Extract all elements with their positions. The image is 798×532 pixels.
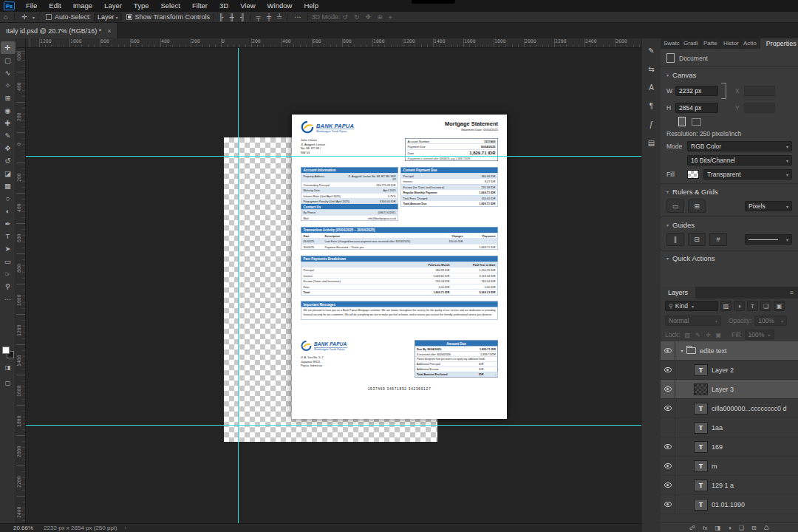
layers-action-icon[interactable]: ⊞: [751, 525, 757, 531]
lock-icon[interactable]: ▨: [683, 330, 692, 339]
blend-mode-select[interactable]: Normal ▾: [665, 316, 721, 326]
tab-properties[interactable]: Properties: [760, 38, 798, 49]
layer-filter-icon[interactable]: ▣: [774, 301, 785, 311]
mode-icon[interactable]: ↻: [352, 13, 362, 21]
canvas-viewport[interactable]: BANK PAPUA Membangun Tanah Papua Mortgag…: [26, 48, 641, 523]
tool-button[interactable]: ◪: [1, 167, 16, 180]
layer-row[interactable]: T 1aa: [661, 418, 798, 437]
fill-select[interactable]: Transparent ▾: [703, 169, 792, 180]
ruler-origin-corner[interactable]: [16, 38, 26, 48]
guide-icon[interactable]: ⊟: [688, 233, 706, 246]
move-tool-preset-icon[interactable]: ✛: [18, 13, 31, 21]
layer-name[interactable]: 01.01.1990: [712, 501, 798, 508]
layer-visibility-toggle[interactable]: [661, 418, 675, 437]
canvas-section-header[interactable]: ▾ Canvas: [666, 71, 792, 79]
tool-button[interactable]: ⋯: [1, 293, 16, 305]
align-icon[interactable]: ╟: [216, 13, 225, 21]
horizontal-guide[interactable]: [26, 425, 641, 426]
mode-icon[interactable]: ↺: [340, 13, 350, 21]
landscape-orientation-icon[interactable]: [692, 118, 701, 126]
layer-thumbnail[interactable]: T: [695, 403, 707, 414]
tool-button[interactable]: ◐: [1, 205, 16, 217]
layer-visibility-toggle[interactable]: [661, 437, 675, 456]
layer-name[interactable]: 1aa: [712, 424, 798, 432]
panel-tab[interactable]: Actio: [740, 38, 760, 49]
screen-mode-icon[interactable]: ▢: [1, 377, 16, 389]
menu-item[interactable]: View: [234, 0, 261, 12]
fill-opacity-select[interactable]: 100% ▾: [745, 330, 774, 340]
height-field[interactable]: 2854 px: [675, 103, 718, 113]
panel-tab[interactable]: Gradi: [681, 38, 700, 49]
menu-item[interactable]: Image: [67, 0, 98, 12]
document-tab[interactable]: Italy id.psd @ 20.7% (RGB/16) * ×: [0, 23, 117, 38]
distribute-icon[interactable]: ╤: [253, 13, 262, 21]
zoom-level-field[interactable]: 20.66%: [13, 525, 33, 531]
tool-button[interactable]: ✚: [1, 117, 16, 129]
layer-row[interactable]: edite text: [661, 341, 798, 361]
menu-item[interactable]: Help: [298, 0, 324, 12]
home-icon[interactable]: ⌂: [0, 13, 11, 21]
layer-row[interactable]: T 169: [661, 437, 798, 457]
tool-button[interactable]: ⊞: [1, 92, 16, 104]
chevron-down-icon[interactable]: ▾: [33, 15, 35, 20]
x-field[interactable]: [744, 86, 775, 96]
tool-button[interactable]: ▭: [1, 255, 16, 267]
tool-button[interactable]: ✒: [1, 217, 16, 230]
layers-action-icon[interactable]: ◑: [728, 525, 732, 531]
layer-thumbnail[interactable]: T: [695, 365, 707, 375]
vertical-guide[interactable]: [238, 48, 239, 523]
y-field[interactable]: [744, 103, 775, 113]
tab-layers[interactable]: Layers: [661, 287, 695, 299]
tool-button[interactable]: ▩: [1, 180, 16, 192]
bit-depth-select[interactable]: 16 Bits/Channel ▾: [687, 155, 792, 166]
layer-visibility-toggle[interactable]: [661, 361, 675, 379]
align-icon[interactable]: ╢: [238, 13, 247, 21]
quick-actions-section-header[interactable]: ▾ Quick Actions: [666, 254, 792, 262]
collapsed-panel-icon[interactable]: ⇆: [645, 63, 658, 75]
layers-action-icon[interactable]: fx: [703, 525, 707, 531]
layer-filter-icon[interactable]: ❏: [760, 301, 771, 311]
tool-button[interactable]: ✥: [1, 142, 16, 154]
layer-thumbnail[interactable]: [695, 384, 707, 395]
layers-action-icon[interactable]: ◨: [715, 525, 720, 531]
mode-icon[interactable]: ⌖: [386, 13, 395, 21]
collapsed-panel-icon[interactable]: ▤: [645, 137, 658, 149]
panel-menu-icon[interactable]: ≡: [785, 287, 798, 299]
layer-name[interactable]: Layer 2: [712, 366, 798, 374]
ruler-grid-icon[interactable]: ⊞: [688, 200, 706, 213]
tool-button[interactable]: ◉: [1, 104, 16, 117]
menu-item[interactable]: Select: [154, 0, 185, 12]
portrait-orientation-icon[interactable]: [678, 117, 686, 126]
layers-action-icon[interactable]: ❏: [739, 525, 744, 531]
collapsed-panel-icon[interactable]: ƒ: [645, 118, 658, 130]
distribute-icon[interactable]: ╪: [265, 13, 273, 21]
close-icon[interactable]: ×: [107, 27, 111, 35]
collapsed-panel-icon[interactable]: ✎: [645, 44, 658, 56]
menu-item[interactable]: 3D: [214, 0, 234, 12]
tool-button[interactable]: T: [1, 230, 16, 242]
tool-button[interactable]: ▢: [1, 54, 16, 66]
tool-button[interactable]: ↺: [1, 154, 16, 167]
align-icon[interactable]: ╫: [228, 13, 236, 21]
foreground-color-swatch[interactable]: [2, 347, 10, 354]
layer-name[interactable]: edite text: [700, 347, 798, 355]
tool-button[interactable]: ✎: [1, 129, 16, 142]
auto-select-checkbox[interactable]: [46, 14, 52, 20]
layer-filter-icon[interactable]: ▨: [720, 301, 732, 311]
guide-style-select[interactable]: ▾: [745, 234, 792, 245]
group-chevron-icon[interactable]: [678, 348, 686, 353]
mode-icon[interactable]: ⊕: [375, 13, 385, 21]
lock-icon[interactable]: ▣: [714, 330, 723, 339]
layer-name[interactable]: m: [712, 463, 798, 470]
layer-visibility-toggle[interactable]: [661, 341, 675, 360]
link-dimensions-icon[interactable]: [721, 83, 726, 99]
layers-action-icon[interactable]: ♺: [764, 525, 769, 531]
layer-visibility-toggle[interactable]: [661, 495, 675, 514]
layer-visibility-toggle[interactable]: [661, 380, 675, 398]
menu-item[interactable]: Filter: [186, 0, 214, 12]
layers-action-icon[interactable]: ☍: [689, 525, 695, 531]
layer-thumbnail[interactable]: T: [695, 461, 707, 471]
width-field[interactable]: 2232 px: [675, 86, 718, 96]
layer-name[interactable]: 129 1 a: [712, 482, 798, 489]
layer-filter-select[interactable]: ⚲ Kind ▾: [665, 301, 718, 311]
